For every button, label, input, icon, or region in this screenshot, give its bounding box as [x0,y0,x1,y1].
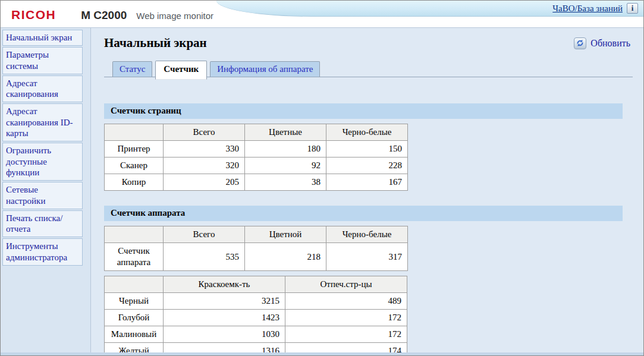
table-row: Счетчик аппарата535218317 [105,243,408,271]
bottom-strip [1,352,643,355]
brand-row: RICOH M C2000 Web image monitor [11,8,213,22]
main-content: Начальный экран Обновить СтатусСчетчикИн… [91,28,643,353]
cell-value: 92 [245,157,326,174]
row-label: Голубой [105,310,164,326]
cell-value: 489 [285,293,407,310]
table-header-row: ВсегоЦветныеЧерно-белые [105,124,408,141]
web-image-monitor-page: { "colors": { "brand_red": "#cf1126", "l… [0,0,644,356]
tab[interactable]: Информация об аппарате [210,61,320,77]
page-title: Начальный экран [104,36,207,51]
table-header-row: ВсегоЦветнойЧерно-белые [105,226,408,243]
refresh-button[interactable]: Обновить [574,37,630,49]
column-header: Черно-белые [326,124,408,141]
sidebar-item[interactable]: Адресат сканирования [2,75,83,103]
cell-value: 1030 [164,326,285,343]
tab-bar: СтатусСчетчикИнформация об аппарате [104,61,633,77]
machine-counter-table: ВсегоЦветнойЧерно-белыеСчетчик аппарата5… [104,226,408,271]
cell-value: 535 [164,243,245,271]
cell-value: 3215 [164,293,285,310]
table-row: Голубой1423172 [105,310,407,326]
sidebar-item[interactable]: Печать списка/отчета [2,210,83,238]
app-name: Web image monitor [136,11,213,21]
table-row: Копир20538167 [105,174,408,191]
cell-value: 228 [326,157,408,174]
cell-value: 150 [326,141,408,157]
sidebar-item[interactable]: Параметры системы [2,47,83,74]
cell-value: 330 [164,141,245,157]
row-label: Малиновый [105,326,164,343]
column-header [105,124,164,141]
cell-value: 317 [326,243,408,271]
cell-value: 167 [326,174,408,191]
cell-value: 1423 [164,310,285,326]
title-row: Начальный экран Обновить [104,36,633,51]
sidebar-item[interactable]: Ограничить доступные функции [2,143,83,181]
layout: Начальный экранПараметры системыАдресат … [1,28,643,353]
cell-value: 218 [245,243,326,271]
column-header: Всего [164,124,245,141]
column-header [105,226,164,243]
column-header: Цветной [245,226,326,243]
row-label: Принтер [105,141,164,157]
row-label: Копир [105,174,164,191]
tab[interactable]: Счетчик [155,61,207,80]
refresh-icon [574,37,586,49]
cell-value: 320 [164,157,245,174]
table-header-row: Краскоемк-тьОтпеч.стр-цы [105,276,407,293]
cell-value: 38 [245,174,326,191]
header-links: ЧаВО/База знаний i [552,3,638,14]
column-header: Краскоемк-ть [164,276,285,293]
row-label: Счетчик аппарата [105,243,164,271]
column-header [105,276,164,293]
top-header: RICOH M C2000 Web image monitor ЧаВО/Баз… [1,1,643,28]
column-header: Отпеч.стр-цы [285,276,407,293]
cell-value: 205 [164,174,245,191]
column-header: Всего [164,226,245,243]
toner-table: Краскоемк-тьОтпеч.стр-цыЧерный3215489Гол… [104,276,407,356]
page-counter-table: ВсегоЦветныеЧерно-белыеПринтер330180150С… [104,124,408,191]
tab[interactable]: Статус [112,61,152,77]
section-header-machine-counter: Счетчик аппарата [104,206,623,221]
column-header: Цветные [245,124,326,141]
cell-value: 180 [245,141,326,157]
refresh-label: Обновить [590,38,630,49]
row-label: Черный [105,293,164,310]
cell-value: 172 [285,326,407,343]
sidebar-item[interactable]: Сетевые настройки [2,182,83,209]
row-label: Сканер [105,157,164,174]
table-row: Сканер32092228 [105,157,408,174]
section-header-page-counter: Счетчик страниц [104,103,623,119]
ricoh-logo: RICOH [11,8,56,22]
printer-model: M C2000 [81,9,127,22]
faq-knowledge-base-link[interactable]: ЧаВО/База знаний [552,4,623,14]
info-icon[interactable]: i [627,3,638,14]
sidebar-item[interactable]: Адресат сканирования ID-карты [2,103,83,141]
table-row: Принтер330180150 [105,141,408,157]
sidebar-item[interactable]: Начальный экран [2,30,83,46]
table-row: Малиновый1030172 [105,326,407,343]
sidebar-item[interactable]: Инструменты администратора [2,238,83,266]
table-row: Черный3215489 [105,293,407,310]
cell-value: 172 [285,310,407,326]
sidebar-nav: Начальный экранПараметры системыАдресат … [1,28,91,353]
column-header: Черно-белые [326,226,408,243]
